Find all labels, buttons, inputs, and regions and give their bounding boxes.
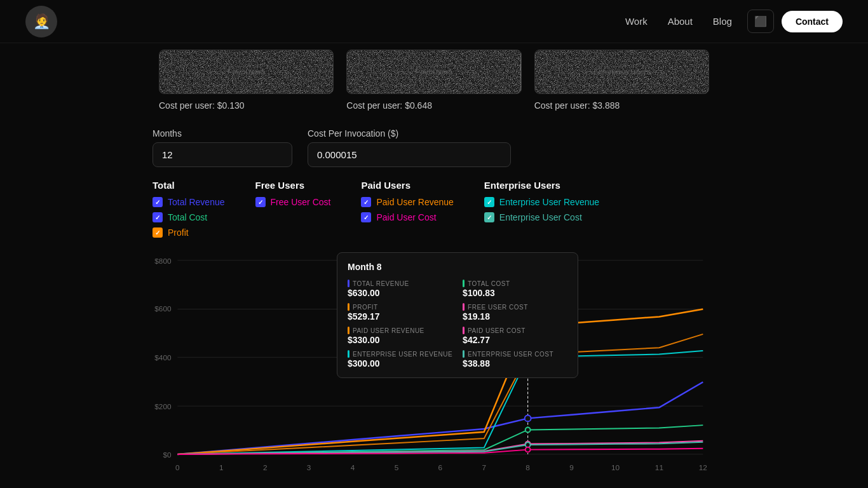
nav-about[interactable]: About <box>668 16 693 27</box>
y-label-200: $200 <box>154 402 172 411</box>
legend-enterprise-user-revenue[interactable]: Enterprise User Revenue <box>484 197 599 207</box>
legend-section: Total Total Revenue Total Cost Profit Fr… <box>0 167 868 243</box>
label-free-user-cost: Free User Cost <box>271 197 331 207</box>
x-label-10: 10 <box>611 463 620 472</box>
checkbox-profit[interactable] <box>153 227 163 238</box>
checkbox-enterprise-user-revenue[interactable] <box>484 197 494 207</box>
checkbox-paid-user-revenue[interactable] <box>361 197 371 207</box>
card-enterprise-cost: Cost per user: $3.888 <box>534 100 709 111</box>
label-paid-user-cost: Paid User Cost <box>376 212 436 222</box>
x-label-0: 0 <box>175 463 180 472</box>
label-total-cost: Total Cost <box>168 212 207 222</box>
nav-links: Work About Blog <box>625 16 732 27</box>
y-label-600: $600 <box>154 304 172 313</box>
label-paid-user-revenue: Paid User Revenue <box>376 197 453 207</box>
dot-total-cost <box>526 427 531 432</box>
chart-container: $800 $600 $400 $200 $0 0 1 2 3 4 5 6 7 <box>0 243 868 488</box>
legend-paid-user-revenue[interactable]: Paid User Revenue <box>361 197 453 207</box>
label-enterprise-user-cost: Enterprise User Cost <box>499 212 582 222</box>
legend-free: Free Users Free User Cost <box>255 180 331 243</box>
card-enterprise-image: Enterprise Users <box>534 50 709 94</box>
line-enterprise-user-revenue <box>177 351 703 454</box>
legend-free-heading: Free Users <box>255 180 331 191</box>
checkbox-total-revenue[interactable] <box>153 197 163 207</box>
legend-total-heading: Total <box>153 180 225 191</box>
svg-text:Enterprise Users: Enterprise Users <box>593 68 651 75</box>
x-label-12: 12 <box>699 463 707 472</box>
card-paid-cost: Cost per user: $0.648 <box>346 100 521 111</box>
legend-paid: Paid Users Paid User Revenue Paid User C… <box>361 180 453 243</box>
legend-paid-heading: Paid Users <box>361 180 453 191</box>
checkbox-total-cost[interactable] <box>153 212 163 222</box>
nav-blog[interactable]: Blog <box>713 16 732 27</box>
y-label-400: $400 <box>154 353 172 362</box>
svg-text:Paid Users: Paid Users <box>416 68 453 75</box>
months-input[interactable] <box>153 142 292 167</box>
x-label-4: 4 <box>351 463 355 472</box>
dot-total-revenue <box>525 415 531 421</box>
y-label-800: $800 <box>154 257 172 266</box>
x-label-11: 11 <box>655 463 663 472</box>
x-label-3: 3 <box>307 463 311 472</box>
x-label-2: 2 <box>263 463 268 472</box>
label-total-revenue: Total Revenue <box>168 197 225 207</box>
line-chart: $800 $600 $400 $200 $0 0 1 2 3 4 5 6 7 <box>153 249 715 488</box>
x-label-7: 7 <box>482 463 486 472</box>
legend-total: Total Total Revenue Total Cost Profit <box>153 180 225 243</box>
legend-profit[interactable]: Profit <box>153 227 225 238</box>
cards-row: Free Users Cost per user: $0.130 Paid Us… <box>0 50 868 118</box>
months-label: Months <box>153 128 292 139</box>
card-paid-image: Paid Users <box>346 50 521 94</box>
svg-rect-4 <box>535 50 709 94</box>
cost-invocation-label: Cost Per Invocation ($) <box>308 128 511 139</box>
card-free-image: Free Users <box>159 50 334 94</box>
contact-button[interactable]: Contact <box>782 11 843 32</box>
x-label-5: 5 <box>395 463 399 472</box>
legend-enterprise-user-cost[interactable]: Enterprise User Cost <box>484 212 599 222</box>
x-label-6: 6 <box>438 463 443 472</box>
card-enterprise: Enterprise Users Cost per user: $3.888 <box>528 50 715 118</box>
card-free: Free Users Cost per user: $0.130 <box>153 50 340 118</box>
main-content: Free Users Cost per user: $0.130 Paid Us… <box>0 0 868 488</box>
checkbox-enterprise-user-cost[interactable] <box>484 212 494 222</box>
dot-profit <box>525 323 531 330</box>
x-label-8: 8 <box>526 463 530 472</box>
dot-free-user-cost <box>526 447 531 452</box>
legend-enterprise: Enterprise Users Enterprise User Revenue… <box>484 180 599 243</box>
y-label-0: $0 <box>163 451 172 459</box>
inputs-row: Months Cost Per Invocation ($) <box>0 118 868 167</box>
x-label-1: 1 <box>219 463 224 472</box>
svg-text:Free Users: Free Users <box>227 68 266 75</box>
navbar: 🧑‍💼 Work About Blog ⬛ Contact <box>0 0 868 43</box>
monitor-icon-button[interactable]: ⬛ <box>747 10 774 33</box>
legend-enterprise-heading: Enterprise Users <box>484 180 599 191</box>
label-enterprise-user-revenue: Enterprise User Revenue <box>499 197 599 207</box>
avatar: 🧑‍💼 <box>25 6 57 37</box>
line-paid-user-revenue <box>177 334 703 454</box>
svg-rect-2 <box>347 50 520 94</box>
card-paid: Paid Users Cost per user: $0.648 <box>340 50 527 118</box>
months-group: Months <box>153 128 292 167</box>
checkbox-paid-user-cost[interactable] <box>361 212 371 222</box>
chart-wrapper: $800 $600 $400 $200 $0 0 1 2 3 4 5 6 7 <box>153 249 715 488</box>
legend-total-revenue[interactable]: Total Revenue <box>153 197 225 207</box>
x-label-9: 9 <box>569 463 574 472</box>
svg-rect-0 <box>159 50 333 94</box>
checkbox-free-user-cost[interactable] <box>255 197 266 207</box>
label-profit: Profit <box>168 227 189 238</box>
dot-enterprise-user-revenue <box>526 355 531 360</box>
nav-work[interactable]: Work <box>625 16 648 27</box>
cost-invocation-input[interactable] <box>308 142 511 167</box>
legend-paid-user-cost[interactable]: Paid User Cost <box>361 212 453 222</box>
card-free-cost: Cost per user: $0.130 <box>159 100 334 111</box>
legend-free-user-cost[interactable]: Free User Cost <box>255 197 331 207</box>
cost-invocation-group: Cost Per Invocation ($) <box>308 128 511 167</box>
legend-total-cost[interactable]: Total Cost <box>153 212 225 222</box>
